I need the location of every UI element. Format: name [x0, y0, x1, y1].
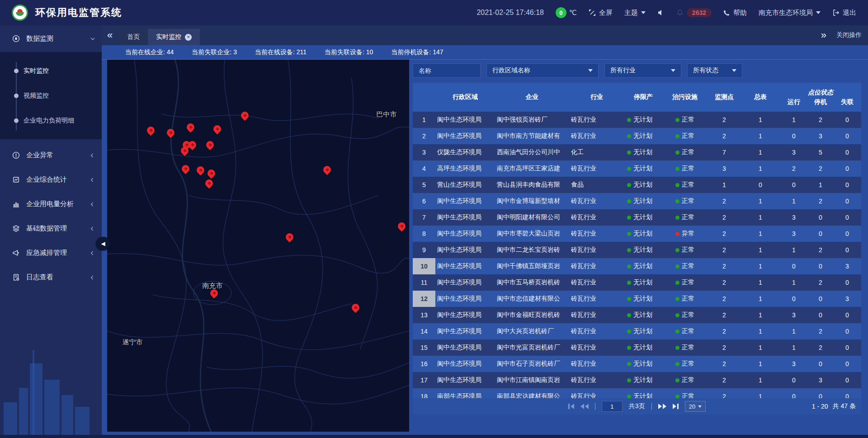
prev-page-button[interactable] — [580, 404, 589, 409]
status-dot-icon — [627, 167, 631, 171]
org-dropdown[interactable]: 南充市生态环境局 — [759, 9, 821, 17]
status-dot-icon — [627, 248, 631, 252]
status-dot-icon — [627, 118, 631, 122]
tab-bar: « 首页 实时监控 ✕ » 关闭操作 — [102, 25, 868, 45]
cell-stop: 2 — [808, 242, 833, 258]
layers-icon — [12, 225, 20, 232]
cell-fail: 0 — [833, 339, 861, 356]
stat-当前失联设备: 当前失联设备: 10 — [325, 48, 373, 57]
cell-region: 阆中生态环境局 — [435, 372, 495, 388]
cell-industry: 砖瓦行业 — [569, 160, 624, 177]
sidebar-item-应急减排管理[interactable]: 应急减排管理‹ — [0, 240, 102, 265]
notifications[interactable]: 2632 — [676, 8, 712, 17]
table-row[interactable]: 1阆中生态环境局阆中强锐页岩砖厂砖瓦行业无计划正常21120 — [413, 112, 861, 128]
cell-total: 1 — [741, 258, 780, 274]
cell-company: 阆中大兴页岩机砖厂 — [495, 323, 569, 339]
table-row[interactable]: 12阆中生态环境局阆中市忠信建材有限公砖瓦行业无计划正常21003 — [413, 291, 861, 307]
col-run: 运行 — [780, 97, 808, 112]
status-select[interactable]: 所有状态 — [687, 63, 742, 78]
tab-home-label: 首页 — [127, 33, 140, 41]
table-row[interactable]: 17阆中生态环境局阆中市江南镇阆南页岩砖瓦行业无计划正常21030 — [413, 372, 861, 388]
table-row[interactable]: 4高坪生态环境局南充市高坪区王家店建砖瓦行业无计划正常31220 — [413, 160, 861, 177]
cell-facility-text: 正常 — [682, 262, 694, 270]
cell-total: 1 — [741, 356, 780, 372]
sound-button[interactable] — [657, 9, 665, 16]
cell-region: 阆中生态环境局 — [435, 339, 495, 356]
table-row[interactable]: 18南部生态环境局南部县宏达建材有限公砖瓦行业无计划正常21000 — [413, 388, 861, 398]
cell-index: 17 — [413, 372, 435, 388]
status-dot-icon — [675, 134, 679, 138]
tab-realtime-monitor[interactable]: 实时监控 ✕ — [148, 29, 200, 45]
cell-run: 0 — [780, 388, 808, 398]
cell-total: 1 — [741, 209, 780, 226]
table-row[interactable]: 2阆中生态环境局阆中市南方节能建材有砖瓦行业无计划正常21030 — [413, 128, 861, 144]
sidebar-item-日志查看[interactable]: 日志查看‹ — [0, 265, 102, 289]
cell-facility-text: 正常 — [682, 344, 694, 352]
status-dot-icon — [675, 330, 679, 334]
sidebar-item-数据监测[interactable]: 数据监测‹ — [0, 25, 102, 52]
table-row[interactable]: 16阆中生态环境局阆中市石子页岩机砖厂砖瓦行业无计划正常21300 — [413, 356, 861, 372]
page-size-select[interactable]: 20 — [685, 401, 706, 412]
cell-run: 1 — [780, 274, 808, 291]
total-pages-label: 共3页 — [629, 402, 645, 410]
close-icon[interactable]: ✕ — [185, 34, 192, 41]
tab-scroll-right-icon[interactable]: » — [821, 30, 826, 40]
sidebar-item-企业异常[interactable]: 企业异常‹ — [0, 143, 102, 167]
cell-index: 1 — [413, 112, 435, 128]
tab-scroll-left-icon[interactable]: « — [102, 30, 119, 40]
stat-当前在线企业: 当前在线企业: 44 — [125, 48, 174, 57]
cell-region: 阆中生态环境局 — [435, 242, 495, 258]
table-row[interactable]: 13阆中生态环境局阆中市金福旺页岩机砖砖瓦行业无计划正常21300 — [413, 307, 861, 323]
fullscreen-button[interactable]: 全屏 — [589, 9, 613, 17]
sidebar-item-企业用电量分析[interactable]: 企业用电量分析‹ — [0, 192, 102, 216]
cell-stop: 0 — [808, 209, 833, 226]
table-row[interactable]: 8阆中生态环境局阆中市枣碧大梁山页岩砖瓦行业无计划异常21300 — [413, 226, 861, 242]
last-page-button[interactable] — [673, 404, 679, 409]
region-select[interactable]: 行政区域名称 — [486, 63, 599, 78]
cell-region: 阆中生态环境局 — [435, 258, 495, 274]
sidebar-subitem-企业电力负荷明细[interactable]: 企业电力负荷明细 — [0, 108, 102, 133]
table-row[interactable]: 14阆中生态环境局阆中大兴页岩机砖厂砖瓦行业无计划正常21120 — [413, 323, 861, 339]
theme-dropdown[interactable]: 主题 — [624, 9, 646, 17]
industry-select-value: 所有行业 — [610, 66, 636, 75]
sidebar-subitem-视频监控[interactable]: 视频监控 — [0, 83, 102, 108]
chevron-down-icon — [588, 69, 593, 72]
close-operations-button[interactable]: 关闭操作 — [836, 31, 862, 39]
logout-button[interactable]: 退出 — [832, 9, 856, 17]
sidebar-subitem-实时监控[interactable]: 实时监控 — [0, 58, 102, 83]
cell-total: 1 — [741, 112, 780, 128]
sidebar-item-基础数据管理[interactable]: 基础数据管理‹ — [0, 216, 102, 240]
name-search-input[interactable] — [419, 67, 475, 74]
cell-stop: 0 — [808, 388, 833, 398]
cell-region: 阆中生态环境局 — [435, 128, 495, 144]
help-button[interactable]: 帮助 — [723, 9, 747, 17]
cell-company: 阆中强锐页岩砖厂 — [495, 112, 569, 128]
table-row[interactable]: 3仪陇生态环境局西南油气田分公司川中化工无计划正常71350 — [413, 144, 861, 160]
page-number-input[interactable]: 1 — [602, 401, 623, 412]
cell-run: 1 — [780, 242, 808, 258]
map[interactable]: 巴中市南充市遂宁市 — [107, 60, 409, 432]
table-row[interactable]: 6阆中生态环境局阆中市金博瑞新型墙材砖瓦行业无计划正常21120 — [413, 193, 861, 209]
first-page-button[interactable] — [568, 404, 574, 409]
cell-stop: 0 — [808, 226, 833, 242]
table-row[interactable]: 11阆中生态环境局阆中市五马桥页岩机砖砖瓦行业无计划正常21120 — [413, 274, 861, 291]
cell-limit-text: 无计划 — [633, 344, 652, 352]
cell-run: 1 — [780, 339, 808, 356]
cell-run: 0 — [780, 291, 808, 307]
sidebar-item-企业综合统计[interactable]: 企业综合统计‹ — [0, 167, 102, 192]
cell-region: 阆中生态环境局 — [435, 274, 495, 291]
table-row[interactable]: 15阆中生态环境局阆中市光富页岩机砖厂砖瓦行业无计划正常21120 — [413, 339, 861, 356]
cell-facility: 正常 — [662, 209, 708, 226]
industry-select[interactable]: 所有行业 — [604, 63, 681, 78]
status-dot-icon — [675, 281, 679, 285]
cell-fail: 0 — [833, 177, 861, 193]
next-page-button[interactable] — [658, 404, 666, 409]
cell-limit: 无计划 — [624, 307, 662, 323]
sidebar-collapse-button[interactable]: ◀ — [96, 237, 110, 250]
col-fail: 失联 — [833, 97, 861, 112]
table-row[interactable]: 5营山生态环境局营山县润丰肉食品有限食品无计划正常10010 — [413, 177, 861, 193]
table-row[interactable]: 9阆中生态环境局阆中市二龙长宝页岩砖砖瓦行业无计划正常21120 — [413, 242, 861, 258]
table-row[interactable]: 10阆中生态环境局阆中千佛镇五郎垭页岩砖瓦行业无计划正常21003 — [413, 258, 861, 274]
table-row[interactable]: 7阆中生态环境局阆中明阳建材有限公司砖瓦行业无计划正常21300 — [413, 209, 861, 226]
tab-home[interactable]: 首页 — [119, 29, 148, 45]
